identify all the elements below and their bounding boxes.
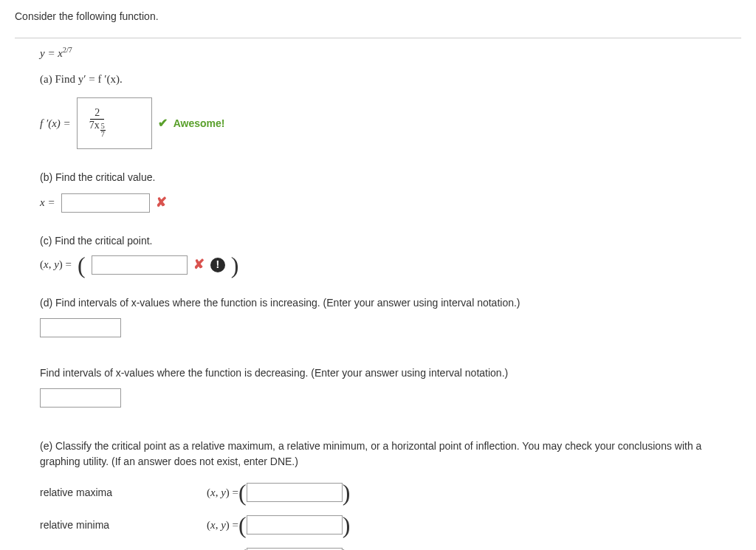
relative-maxima-input[interactable]	[247, 483, 343, 502]
cross-icon: ✘	[193, 255, 205, 275]
open-paren-icon: (	[238, 515, 247, 534]
close-paren-icon: )	[231, 255, 239, 275]
relative-maxima-lhs: (x, y) =	[207, 484, 238, 501]
part-c-input[interactable]	[92, 255, 188, 275]
part-a-numerator: 2	[90, 107, 104, 119]
intro-text: Consider the following function.	[15, 9, 741, 24]
part-b-lhs: x =	[40, 194, 55, 211]
warning-icon[interactable]: !	[210, 258, 225, 272]
close-paren-icon: )	[343, 483, 351, 502]
close-paren-icon: )	[343, 515, 351, 534]
cross-icon: ✘	[156, 193, 167, 213]
part-d-decreasing-input[interactable]	[40, 388, 121, 408]
open-paren-icon: (	[78, 255, 86, 275]
relative-maxima-label: relative maxima	[40, 485, 207, 501]
part-c-prompt: (c) Find the critical point.	[40, 233, 741, 249]
part-c-lhs: (x, y) =	[40, 256, 72, 273]
part-e-prompt: (e) Classify the critical point as a rel…	[40, 439, 741, 470]
relative-minima-label: relative minima	[40, 518, 207, 533]
relative-minima-lhs: (x, y) =	[207, 517, 238, 534]
part-a-feedback: Awesome!	[173, 116, 225, 131]
part-d-decreasing-prompt: Find intervals of x-values where the fun…	[40, 365, 741, 381]
function-equation: y = x2/7	[40, 47, 72, 59]
part-a-denominator: 7x 5 7	[85, 120, 110, 140]
check-icon: ✔	[158, 114, 168, 132]
relative-minima-input[interactable]	[247, 515, 343, 534]
part-d-increasing-input[interactable]	[40, 318, 121, 337]
open-paren-icon: (	[238, 483, 247, 502]
part-b-input[interactable]	[61, 193, 150, 213]
part-b-prompt: (b) Find the critical value.	[40, 170, 741, 185]
part-d-increasing-prompt: (d) Find intervals of x-values where the…	[40, 295, 741, 311]
part-a-lhs: f ′(x) =	[40, 115, 71, 132]
part-a-prompt: (a) Find y′ = f ′(x).	[40, 71, 741, 88]
part-a-answer-box[interactable]: 2 7x 5 7	[77, 97, 152, 149]
